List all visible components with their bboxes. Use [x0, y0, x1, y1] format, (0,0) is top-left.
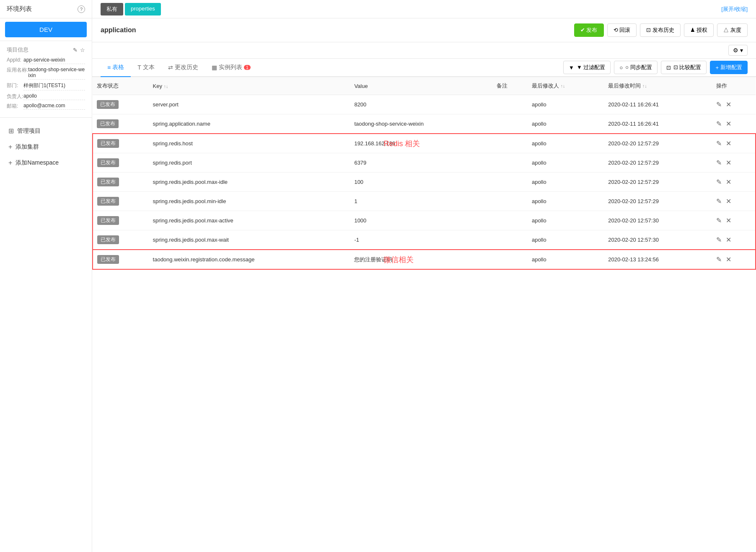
edit-row-icon[interactable]: ✎ — [716, 178, 722, 186]
tab-private[interactable]: 私有 — [101, 3, 123, 15]
tab-history[interactable]: ⇄ 更改历史 — [161, 59, 205, 77]
edit-row-icon[interactable]: ✎ — [716, 197, 722, 205]
manage-project-icon: ⊞ — [8, 127, 14, 135]
gear-dropdown-button[interactable]: ⚙ ▾ — [728, 45, 748, 56]
instances-badge: 1 — [244, 65, 251, 70]
cell-time: 2020-02-11 16:26:41 — [604, 114, 712, 134]
cell-modifier: apollo — [528, 114, 604, 134]
col-time[interactable]: 最后修改时间 ↑↓ — [604, 77, 712, 95]
cell-action: ✎ ✕ — [712, 153, 756, 173]
table-row: 已发布spring.redis.port6379apollo2020-02-20… — [93, 153, 756, 173]
auth-button[interactable]: ♟ 授权 — [684, 23, 714, 37]
dev-env-button[interactable]: DEV — [5, 22, 87, 37]
delete-row-icon[interactable]: ✕ — [726, 197, 731, 205]
delete-row-icon[interactable]: ✕ — [726, 217, 731, 224]
publish-history-button[interactable]: ⊡ 发布历史 — [640, 23, 681, 37]
edit-row-icon[interactable]: ✎ — [716, 217, 722, 224]
edit-row-icon[interactable]: ✎ — [716, 236, 722, 244]
cell-key: spring.redis.jedis.pool.max-active — [149, 211, 350, 230]
grey-button[interactable]: △ 灰度 — [717, 23, 748, 37]
cell-status: 已发布 — [93, 95, 149, 114]
star-icon[interactable]: ☆ — [80, 47, 85, 53]
tab-text-label: 文本 — [143, 64, 155, 71]
tab-table[interactable]: ≡ 表格 — [101, 59, 131, 77]
sidebar-item-manage-project[interactable]: ⊞ 管理项目 — [0, 123, 92, 139]
edit-row-icon[interactable]: ✎ — [716, 255, 722, 263]
sync-icon: ○ — [619, 64, 623, 71]
cell-value: -1 — [350, 230, 492, 250]
cell-time: 2020-02-20 12:57:29 — [604, 173, 712, 192]
top-bar: 私有 properties [展开/收缩] — [92, 0, 756, 18]
key-sort-icon: ↑↓ — [164, 84, 168, 89]
cell-time: 2020-02-11 16:26:41 — [604, 95, 712, 114]
delete-row-icon[interactable]: ✕ — [726, 236, 731, 244]
delete-row-icon[interactable]: ✕ — [726, 255, 731, 263]
instances-icon: ▦ — [212, 64, 217, 71]
cell-value: 6379 — [350, 153, 492, 173]
cell-value: 1 — [350, 192, 492, 211]
expand-collapse-btn[interactable]: [展开/收缩] — [721, 5, 748, 13]
sidebar-menu: ⊞ 管理项目 + 添加集群 + 添加Namespace — [0, 118, 92, 176]
publish-button[interactable]: ✔ 发布 — [574, 23, 604, 37]
cell-modifier: apollo — [528, 192, 604, 211]
cell-action: ✎ ✕ — [712, 173, 756, 192]
cell-value: 您的注册验证码微信相关 — [350, 250, 492, 269]
cell-key: spring.redis.host — [149, 134, 350, 153]
sidebar-header: 环境列表 ? — [0, 0, 92, 18]
status-badge: 已发布 — [97, 197, 119, 206]
edit-row-icon[interactable]: ✎ — [716, 120, 722, 128]
table-row: 已发布spring.redis.jedis.pool.min-idle1apol… — [93, 192, 756, 211]
help-icon[interactable]: ? — [78, 5, 85, 13]
action-icons: ✎ ✕ — [716, 255, 751, 263]
cell-note — [492, 173, 528, 192]
cell-action: ✎ ✕ — [712, 192, 756, 211]
edit-row-icon[interactable]: ✎ — [716, 101, 722, 108]
delete-row-icon[interactable]: ✕ — [726, 159, 731, 167]
sidebar-item-add-cluster[interactable]: + 添加集群 — [0, 139, 92, 155]
col-key[interactable]: Key ↑↓ — [149, 77, 350, 95]
add-namespace-label: 添加Namespace — [16, 159, 59, 167]
cell-status: 已发布 — [93, 173, 149, 192]
table-icon: ≡ — [107, 64, 111, 71]
tab-instances[interactable]: ▦ 实例列表 1 — [205, 59, 257, 77]
cell-note — [492, 114, 528, 134]
add-cluster-icon: + — [8, 143, 12, 151]
main-content: 私有 properties [展开/收缩] application ✔ 发布 ⟲… — [92, 0, 756, 552]
filter-config-button[interactable]: ▼ ▼ 过滤配置 — [563, 61, 611, 74]
cell-key: spring.redis.port — [149, 153, 350, 173]
cell-key: server.port — [149, 95, 350, 114]
new-config-button[interactable]: + 新增配置 — [710, 61, 748, 74]
cell-key: spring.application.name — [149, 114, 350, 134]
project-info-section: 项目信息 ✎ ☆ AppId: app-service-weixin 应用名称:… — [0, 41, 92, 118]
cell-note — [492, 134, 528, 153]
tab-instances-label: 实例列表 — [219, 64, 242, 71]
appid-row: AppId: app-service-weixin — [7, 57, 85, 64]
sidebar-item-add-namespace[interactable]: + 添加Namespace — [0, 155, 92, 171]
delete-row-icon[interactable]: ✕ — [726, 139, 731, 147]
cell-modifier: apollo — [528, 153, 604, 173]
manage-project-label: 管理项目 — [17, 127, 41, 135]
status-badge: 已发布 — [97, 216, 119, 225]
col-modifier[interactable]: 最后修改人 ↑↓ — [528, 77, 604, 95]
tab-bar: ≡ 表格 T 文本 ⇄ 更改历史 ▦ 实例列表 1 — [92, 59, 756, 77]
weixin-label: 微信相关 — [383, 255, 414, 265]
cell-action: ✎ ✕ — [712, 250, 756, 269]
tab-properties[interactable]: properties — [125, 3, 161, 15]
action-icons: ✎ ✕ — [716, 159, 751, 167]
edit-icon[interactable]: ✎ — [73, 47, 78, 53]
status-badge: 已发布 — [97, 119, 119, 128]
delete-row-icon[interactable]: ✕ — [726, 178, 731, 186]
content-header: application ✔ 发布 ⟲ 回滚 ⊡ 发布历史 ♟ 授权 △ 灰度 — [92, 18, 756, 42]
delete-row-icon[interactable]: ✕ — [726, 101, 731, 108]
sync-config-button[interactable]: ○ ○ 同步配置 — [614, 61, 657, 74]
cell-key: spring.redis.jedis.pool.min-idle — [149, 192, 350, 211]
rollback-button[interactable]: ⟲ 回滚 — [607, 23, 637, 37]
compare-config-button[interactable]: ⊡ ⊡ 比较配置 — [661, 61, 707, 74]
delete-row-icon[interactable]: ✕ — [726, 120, 731, 128]
edit-row-icon[interactable]: ✎ — [716, 139, 722, 147]
sidebar-env-section: DEV — [0, 18, 92, 41]
edit-row-icon[interactable]: ✎ — [716, 159, 722, 167]
table-row: 已发布spring.redis.jedis.pool.max-idle100ap… — [93, 173, 756, 192]
config-table-container: 发布状态 Key ↑↓ Value 备注 最后修改人 — [92, 77, 756, 552]
tab-text[interactable]: T 文本 — [131, 59, 161, 77]
